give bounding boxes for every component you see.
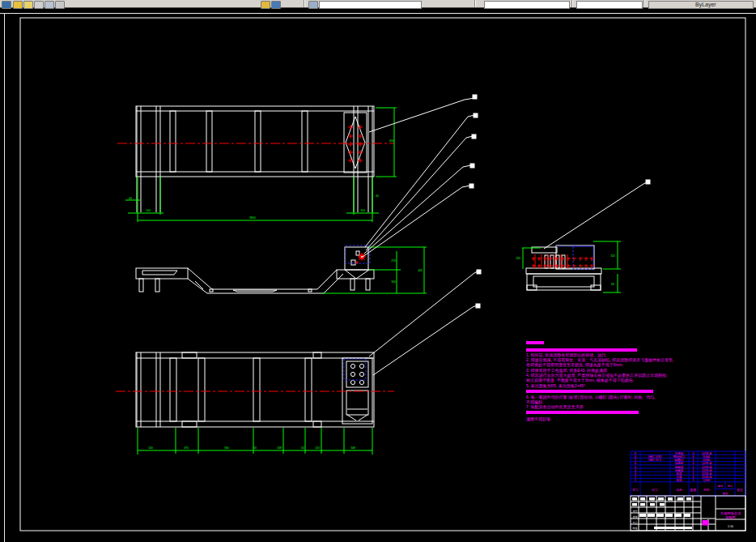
- bom-cell: GB/T 97.1: [648, 459, 661, 462]
- leader-marker: [474, 113, 478, 117]
- titleblock-label: 处数: [640, 498, 646, 501]
- notes-bar: [526, 390, 653, 393]
- stage-mark-cell: [703, 520, 709, 526]
- scale-value: 1:10: [728, 525, 733, 528]
- dim-text: 370: [184, 446, 189, 450]
- bom-header: 重量: [723, 492, 728, 495]
- bom-header: 总计: [727, 484, 733, 488]
- dim-text: 348: [350, 446, 355, 450]
- dim-text: 40: [376, 194, 379, 198]
- notes-title-bar: [526, 341, 544, 344]
- titleblock-label: 校核: [632, 515, 638, 519]
- leader-marker: [472, 134, 476, 139]
- dim-text: 3800: [249, 216, 256, 220]
- titleblock-label: 设计: [633, 510, 638, 513]
- bom-header: 序号: [632, 488, 639, 492]
- bom-header: 数量: [690, 488, 697, 492]
- dim-text: 140: [148, 446, 153, 450]
- view-top-plan: [136, 106, 374, 212]
- leader-marker: [476, 304, 480, 308]
- dim-text: 120: [315, 446, 320, 450]
- bom-header: 名称: [676, 488, 682, 492]
- leader-marker: [646, 180, 650, 184]
- drawing-title: 车架焊接总成: [720, 511, 741, 515]
- dim-text: 248: [277, 446, 282, 450]
- notes-bar: [526, 348, 637, 352]
- dim-text: 96: [611, 283, 614, 286]
- cad-application-window: ByLayer .w{stroke:#fff;fill:none;stroke-…: [0, 0, 756, 542]
- dim-text: 270: [391, 259, 396, 262]
- dim-text: 40: [301, 446, 304, 450]
- dim-text: 425: [418, 269, 423, 272]
- tech-note-line: 漆面不得起皱.: [526, 417, 551, 421]
- tech-note-line: 校正后测平整度, 平面度不得大于3mm, 棱角处不得下陷损伤.: [526, 378, 634, 382]
- dim-text: 155: [610, 254, 615, 258]
- bom-cell: 底架: [677, 479, 683, 482]
- titleblock-label: 签名: [669, 498, 673, 501]
- leader-lines: [363, 95, 650, 375]
- titleblock-label: 分区: [650, 498, 655, 501]
- titleblock-label: 年月日: [677, 498, 684, 501]
- end-view-bolt-pattern: [532, 254, 594, 268]
- bom-cell: 1: [635, 479, 636, 482]
- selected-part-marker[interactable]: [355, 253, 366, 264]
- titleblock-label: 标记: [632, 498, 638, 501]
- bom-header: 备注: [737, 488, 743, 492]
- leader-marker: [469, 184, 474, 188]
- bom-cell: 1: [693, 479, 694, 482]
- dim-text: 40: [253, 446, 257, 450]
- titleblock-label: 工艺: [633, 521, 638, 524]
- leader-marker: [473, 95, 477, 99]
- dim-text: 130: [516, 257, 520, 260]
- dim-text: 40: [129, 197, 132, 200]
- view-side-elevation: [136, 247, 374, 293]
- technical-notes: 1. 组对前, 彻底清除各焊接部位的铁锈、油污. 2. 焊缝应饱满, 不得有裂纹…: [526, 339, 659, 424]
- bom-header: 材料: [703, 488, 710, 492]
- titleblock-label: 批准: [633, 527, 638, 530]
- tech-note-line: 5. 未注圆角为R5, 未注倒角2×45°.: [526, 384, 586, 388]
- bom-header: 代号: [652, 489, 658, 492]
- sheet-frame: [20, 18, 745, 531]
- tech-note-line: 7. 装配后各运动件应灵活无卡滞.: [526, 405, 584, 409]
- dim-text: 160: [391, 280, 396, 284]
- drawing-canvas[interactable]: .w{stroke:#fff;fill:none;stroke-width:1}…: [0, 0, 756, 542]
- view-end-section: [526, 245, 601, 290]
- dim-text: 100: [360, 209, 365, 212]
- bottom-view-dimensions: 140 370 560 40 248 40 120 348: [138, 428, 372, 455]
- leader-marker: [477, 270, 481, 274]
- leader-marker: [470, 164, 474, 168]
- bom-table: 9支撑板4Q235-A 8GB/T 5782螺栓M1268.8级 7GB/T 9…: [631, 451, 745, 496]
- dim-text: 560: [224, 446, 229, 450]
- tech-note-line: 各焊接处不得有明显变形及损伤, 焊缝高度不低于6mm.: [526, 363, 623, 367]
- dim-text: 650: [389, 139, 394, 143]
- view-bottom-plan: [136, 352, 374, 427]
- bom-header: 单件: [718, 484, 724, 488]
- title-block: 标记 处数 分区 更改文件号 签名 年月日 设计 校核 工艺 批准 车架焊接总成…: [631, 496, 745, 531]
- dim-text: 100: [146, 209, 151, 212]
- bom-cell: Q345: [703, 479, 711, 482]
- tech-note-line: 6. 每一紧固件均应拧紧 (标准) 防松动, 小螺钉 (圆头) 拧紧时, 对称、…: [526, 395, 656, 399]
- notes-bar: [526, 411, 639, 414]
- bottom-view-selection-box[interactable]: [344, 359, 366, 380]
